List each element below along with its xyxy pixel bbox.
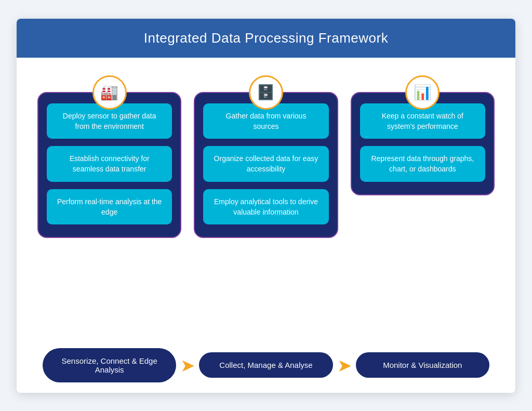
column-1: 🏭 Deploy sensor to gather data from the …	[37, 73, 181, 238]
card-1: 🏭 Deploy sensor to gather data from the …	[37, 92, 181, 238]
card3-item-2: Represent data through graphs, chart, or…	[360, 146, 485, 182]
card-3: 📊 Keep a constant watch of system's perf…	[351, 92, 495, 195]
col3-icon: 📊	[405, 75, 440, 110]
card1-item-2: Establish connectivity for seamless data…	[47, 146, 172, 182]
column-2: 🗄️ Gather data from various sources Orga…	[194, 73, 338, 238]
main-content: 🏭 Deploy sensor to gather data from the …	[17, 58, 515, 393]
card2-item-3: Employ analytical tools to derive valuab…	[203, 189, 328, 225]
col1-icon: 🏭	[92, 75, 127, 110]
arrow-1: ➤	[180, 356, 195, 374]
card1-item-3: Perform real-time analysis at the edge	[47, 189, 172, 225]
arrow-2: ➤	[337, 356, 352, 374]
bottom-row: Sensorize, Connect & Edge Analysis ➤ Col…	[37, 348, 495, 382]
bottom-label-3: Monitor & Visualization	[356, 352, 489, 378]
col2-icon: 🗄️	[249, 75, 283, 110]
card2-item-2: Organize collected data for easy accessi…	[203, 146, 328, 182]
header-title: Integrated Data Processing Framework	[37, 30, 495, 46]
card-2: 🗄️ Gather data from various sources Orga…	[194, 92, 338, 238]
bottom-label-2: Collect, Manage & Analyse	[199, 352, 332, 378]
slide-container: Integrated Data Processing Framework 🏭 D…	[17, 19, 515, 393]
bottom-label-1: Sensorize, Connect & Edge Analysis	[43, 348, 176, 382]
columns-row: 🏭 Deploy sensor to gather data from the …	[37, 73, 495, 333]
column-3: 📊 Keep a constant watch of system's perf…	[351, 73, 495, 195]
header-bar: Integrated Data Processing Framework	[17, 19, 515, 58]
